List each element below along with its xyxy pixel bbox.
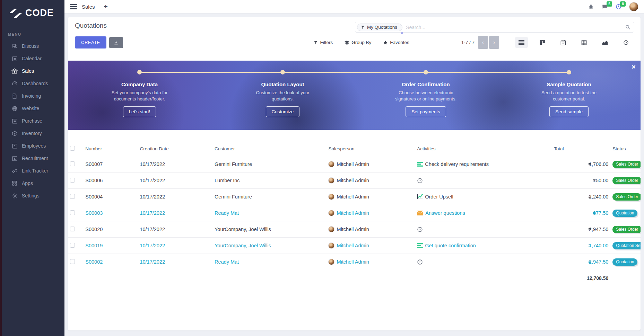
sidebar-item-link-tracker[interactable]: Link Tracker <box>2 165 64 177</box>
facet-remove-icon[interactable]: × <box>401 30 403 35</box>
column-header-creation-date[interactable]: Creation Date <box>138 142 212 156</box>
row-checkbox[interactable] <box>70 227 75 231</box>
status-badge: Sales Order <box>612 226 641 233</box>
set-payments-button[interactable]: Set payments <box>406 106 446 117</box>
menu-section-label: MENU <box>2 27 64 40</box>
sidebar-item-label: Sales <box>22 68 34 74</box>
table-row[interactable]: S00020 10/17/2022 YourCompany, Joel Will… <box>68 221 641 238</box>
onboarding-step-sample-quotation: Sample Quotation Send a quotation to tes… <box>497 61 641 130</box>
sidebar-item-discuss[interactable]: Discuss <box>2 40 64 52</box>
step-title: Company Data <box>121 81 158 87</box>
column-header-number[interactable]: Number <box>83 142 138 156</box>
debug-bug-icon[interactable] <box>588 4 594 9</box>
sidebar-item-apps[interactable]: Apps <box>2 177 64 189</box>
tasks-activity-icon[interactable] <box>417 243 423 248</box>
row-checkbox[interactable] <box>70 259 75 264</box>
column-header-customer[interactable]: Customer <box>212 142 326 156</box>
activity-view-button[interactable] <box>620 37 632 48</box>
graph-view-button[interactable] <box>599 37 611 48</box>
content-card: Quotations My Quotations × Search... <box>68 17 641 330</box>
search-icon[interactable] <box>625 25 630 30</box>
column-header-salesperson[interactable]: Salesperson <box>326 142 415 156</box>
sidebar-item-label: Link Tracker <box>22 168 48 174</box>
create-button[interactable]: CREATE <box>75 36 106 48</box>
sidebar-item-invoicing[interactable]: $ Invoicing <box>2 90 64 102</box>
cell-salesperson: Mitchell Admin <box>337 194 369 200</box>
activities-clock-icon[interactable]: 8 <box>616 4 621 10</box>
facet-label: My Quotations <box>367 25 397 30</box>
purchase-icon <box>11 118 18 124</box>
export-button[interactable] <box>109 37 123 48</box>
chart-activity-icon[interactable] <box>417 194 423 200</box>
cell-total: 2,947.50 <box>589 259 608 265</box>
hamburger-menu-icon[interactable] <box>70 4 77 9</box>
pivot-view-button[interactable] <box>578 37 590 48</box>
sidebar-item-sales[interactable]: Sales <box>2 65 64 77</box>
column-header-status[interactable]: Status <box>610 142 641 156</box>
search-bar[interactable]: My Quotations × Search... <box>355 22 634 33</box>
table-row[interactable]: S00003 10/17/2022 Ready Mat Mitchell Adm… <box>68 205 641 221</box>
sidebar-item-inventory[interactable]: Inventory <box>2 127 64 140</box>
clock-activity-icon[interactable] <box>417 259 423 265</box>
row-checkbox[interactable] <box>70 178 75 183</box>
pager-previous-button[interactable]: ‹ <box>478 36 488 49</box>
sidebar-item-website[interactable]: Website <box>2 102 64 115</box>
cell-number: S00019 <box>83 238 138 254</box>
brand-logo[interactable]: CODE <box>2 0 64 27</box>
calendar-view-button[interactable] <box>557 37 569 48</box>
download-icon <box>114 40 119 45</box>
pager-next-button[interactable]: › <box>489 36 499 49</box>
clock-activity-icon[interactable] <box>417 178 423 184</box>
messages-icon[interactable]: 5 <box>601 4 608 10</box>
lets-start-button[interactable]: Let's start! <box>123 106 156 117</box>
sidebar-item-dashboards[interactable]: Dashboards <box>2 77 64 90</box>
kanban-view-button[interactable] <box>536 37 549 48</box>
tasks-activity-icon[interactable] <box>417 162 423 167</box>
topbar-right: 5 8 <box>588 2 638 11</box>
search-input[interactable]: Search... <box>406 25 425 30</box>
row-checkbox[interactable] <box>70 210 75 215</box>
cell-customer: Gemini Furniture <box>212 189 326 205</box>
brand-logo-icon <box>9 9 22 18</box>
sidebar-item-label: Apps <box>22 180 33 186</box>
column-header-total[interactable]: Total <box>552 142 610 156</box>
sidebar-item-label: Inventory <box>22 131 42 136</box>
search-facet-my-quotations[interactable]: My Quotations × <box>357 24 402 31</box>
sidebar-item-calendar[interactable]: Calendar <box>2 52 64 65</box>
customize-button[interactable]: Customize <box>266 106 300 117</box>
add-tab-button[interactable]: + <box>104 3 108 10</box>
user-avatar[interactable] <box>629 2 638 11</box>
list-view-button[interactable] <box>515 37 528 48</box>
box-icon <box>11 130 18 136</box>
row-checkbox[interactable] <box>70 243 75 248</box>
clock-activity-icon[interactable] <box>417 227 423 232</box>
column-header-activities[interactable]: Activities <box>415 142 552 156</box>
sidebar-item-settings[interactable]: Settings <box>2 189 64 202</box>
row-checkbox[interactable] <box>70 194 75 199</box>
salesperson-avatar <box>328 161 334 167</box>
sidebar-item-purchase[interactable]: Purchase <box>2 115 64 127</box>
table-row[interactable]: S00006 10/17/2022 Lumber Inc Mitchell Ad… <box>68 173 641 189</box>
filters-dropdown[interactable]: Filters <box>314 40 333 45</box>
group-by-dropdown[interactable]: Group By <box>345 40 371 45</box>
cell-customer: Gemini Furniture <box>212 156 326 173</box>
favorites-dropdown[interactable]: Favorites <box>383 40 409 45</box>
sidebar-item-recruitment[interactable]: Recruitment <box>2 152 64 165</box>
row-checkbox[interactable] <box>70 161 75 166</box>
table-row[interactable]: S00007 10/17/2022 Gemini Furniture Mitch… <box>68 156 641 173</box>
table-row[interactable]: S00019 10/17/2022 YourCompany, Joel Will… <box>68 238 641 254</box>
salesperson-avatar <box>328 226 334 232</box>
envelope-activity-icon[interactable] <box>417 211 423 215</box>
control-panel-top: Quotations My Quotations × Search... <box>68 17 641 33</box>
grand-total: 12,708.50 <box>587 275 608 281</box>
sidebar-item-employees[interactable]: Employees <box>2 140 64 152</box>
step-title: Order Confirmation <box>402 81 450 87</box>
table-row[interactable]: S00004 10/17/2022 Gemini Furniture Mitch… <box>68 189 641 205</box>
table-row[interactable]: S00002 10/17/2022 Ready Mat Mitchell Adm… <box>68 254 641 270</box>
activities-count-badge: 8 <box>620 1 626 7</box>
current-app-tab[interactable]: Sales <box>82 4 95 10</box>
salesperson-avatar <box>328 242 334 249</box>
apps-grid-icon <box>11 180 18 186</box>
select-all-checkbox[interactable] <box>70 146 75 151</box>
send-sample-button[interactable]: Send sample <box>549 106 589 117</box>
